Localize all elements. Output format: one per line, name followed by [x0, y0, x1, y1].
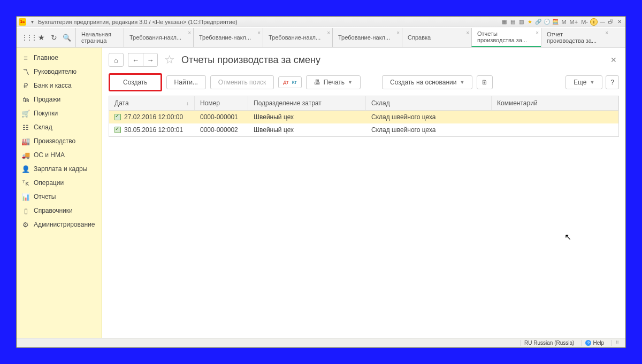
tb-dropdown-icon[interactable]: ▾	[28, 18, 36, 26]
sidebar-item-label: Справочники	[34, 207, 73, 214]
document-button[interactable]: 🗎	[477, 75, 493, 89]
sidebar-item-operations[interactable]: ᵀᴋОперации	[17, 176, 102, 190]
sidebar-item-purchases[interactable]: 🛒Покупки	[17, 106, 102, 120]
tab-close-icon[interactable]: ×	[536, 30, 539, 36]
sidebar-item-salary[interactable]: 👤Зарплата и кадры	[17, 162, 102, 176]
tab-close-icon[interactable]: ×	[466, 30, 469, 36]
close-page-icon[interactable]: ✕	[608, 53, 619, 66]
sidebar-item-label: Отчеты	[34, 193, 56, 200]
favorite-icon[interactable]: ☆	[164, 53, 175, 67]
cell-date: 30.05.2016 12:00:01	[124, 126, 183, 134]
col-warehouse[interactable]: Склад	[366, 96, 492, 110]
sidebar-item-production[interactable]: 🏭Производство	[17, 134, 102, 148]
table-row[interactable]: 27.02.2016 12:00:00 0000-000001 Швейный …	[109, 111, 618, 123]
status-label: Help	[593, 340, 604, 346]
sidebar-item-catalogs[interactable]: ▯Справочники	[17, 204, 102, 218]
col-comment[interactable]: Комментарий	[492, 96, 618, 110]
restore-icon[interactable]: 🗗	[607, 18, 615, 26]
status-language[interactable]: RU Russian (Russia)	[521, 340, 577, 346]
create-based-button[interactable]: Создать на основании▼	[382, 75, 472, 89]
page-title: Отчеты производства за смену	[181, 55, 320, 66]
table-row[interactable]: 30.05.2016 12:00:01 0000-000002 Швейный …	[109, 123, 618, 136]
tab-close-icon[interactable]: ×	[257, 30, 261, 36]
more-button[interactable]: Еще▼	[565, 75, 602, 89]
tab-close-icon[interactable]: ×	[396, 30, 400, 36]
history-icon[interactable]: ↻	[50, 33, 58, 42]
tab-label: Отчет	[547, 31, 600, 37]
home-button[interactable]: ⌂	[109, 53, 124, 67]
bag-icon: 🛍	[22, 96, 29, 103]
tab-close-icon[interactable]: ×	[605, 30, 608, 36]
tab-reports-list[interactable]: × Отчеты производства за...	[471, 28, 541, 47]
tab-report[interactable]: × Отчет производства за...	[541, 28, 610, 47]
tb-grid-icon[interactable]: ▦	[500, 18, 508, 26]
tab-req-list[interactable]: ×Требования-накл...	[124, 28, 193, 47]
sidebar-item-bank[interactable]: ₽Банк и касса	[17, 79, 102, 92]
col-subdivision[interactable]: Подразделение затрат	[248, 96, 366, 110]
dt-kt-button[interactable]: ДтКт	[278, 76, 302, 88]
cell-warehouse: Склад швейного цеха	[366, 125, 492, 135]
apps-grid-icon[interactable]	[24, 33, 33, 42]
tab-label: Требование-накл...	[338, 34, 391, 41]
documents-table: Дата↓ Номер Подразделение затрат Склад К…	[109, 96, 619, 137]
tb-star-icon[interactable]: ★	[526, 18, 533, 26]
sidebar-item-sales[interactable]: 🛍Продажи	[17, 92, 102, 106]
sidebar-item-label: ОС и НМА	[34, 151, 65, 159]
forward-button[interactable]: →	[143, 53, 158, 67]
tab-label: Требование-накл...	[199, 34, 252, 41]
info-icon[interactable]: i	[590, 18, 598, 26]
minimize-icon[interactable]: —	[599, 18, 606, 26]
col-date[interactable]: Дата↓	[109, 96, 195, 110]
col-number[interactable]: Номер	[195, 96, 248, 110]
sidebar-item-assets[interactable]: 🚚ОС и НМА	[17, 148, 102, 162]
app-icon: 1c	[19, 18, 26, 26]
sidebar-item-main[interactable]: ≡Главное	[17, 51, 102, 65]
tab-start[interactable]: Начальная страница	[75, 28, 124, 47]
sidebar-item-manager[interactable]: 〽Руководителю	[17, 65, 102, 79]
tab-label: Справка	[408, 34, 461, 41]
tab-label: Начальная	[81, 31, 113, 37]
sidebar-item-label: Банк и касса	[34, 82, 72, 89]
status-help[interactable]: ?Help	[582, 340, 607, 346]
tb-M[interactable]: M	[560, 19, 567, 25]
document-icon: 🗎	[482, 79, 488, 86]
tab-req-1[interactable]: ×Требование-накл...	[193, 28, 263, 47]
tb-doc-icon[interactable]: ▤	[509, 18, 516, 26]
help-button[interactable]: ?	[606, 75, 619, 89]
tabs-bar: ★ ↻ 🔍 Начальная страница ×Требования-нак…	[17, 27, 625, 48]
search-icon[interactable]: 🔍	[63, 33, 71, 42]
create-button[interactable]: Создать	[109, 73, 162, 91]
tab-help[interactable]: ×Справка	[402, 28, 471, 47]
tb-link-icon[interactable]: 🔗	[534, 18, 542, 26]
back-button[interactable]: ←	[128, 53, 143, 67]
find-button[interactable]: Найти...	[166, 75, 206, 89]
status-bar: RU Russian (Russia) ?Help ⠿	[17, 338, 625, 347]
sidebar-item-label: Покупки	[34, 110, 58, 117]
doc-posted-icon	[114, 114, 121, 120]
sidebar-item-admin[interactable]: ⚙Администрирование	[17, 218, 102, 231]
tab-req-2[interactable]: ×Требование-накл...	[263, 28, 332, 47]
tb-Mplus[interactable]: M+	[569, 19, 579, 25]
tb-list-icon[interactable]: ▥	[517, 18, 525, 26]
print-button[interactable]: 🖶Печать▼	[306, 75, 361, 89]
factory-icon: 🏭	[22, 137, 29, 145]
cancel-search-button[interactable]: Отменить поиск	[210, 75, 274, 89]
tab-label: Требование-накл...	[269, 34, 322, 41]
tab-close-icon[interactable]: ×	[327, 30, 330, 36]
gear-icon: ⚙	[22, 221, 29, 228]
tb-Mminus[interactable]: M-	[580, 19, 589, 25]
cell-warehouse: Склад швейного цеха	[366, 112, 492, 122]
tb-calc-icon[interactable]: 🧮	[552, 18, 559, 26]
truck-icon: 🚚	[22, 151, 29, 159]
tab-label: производства за...	[477, 37, 530, 43]
sidebar-item-warehouse[interactable]: ☷Склад	[17, 120, 102, 134]
sidebar-item-label: Операции	[34, 179, 64, 187]
tb-clock-icon[interactable]: 🕘	[543, 18, 551, 26]
sidebar-item-reports[interactable]: 📊Отчеты	[17, 190, 102, 204]
cursor-icon: ↖	[564, 232, 571, 242]
tab-close-icon[interactable]: ×	[188, 30, 191, 36]
tab-req-3[interactable]: ×Требование-накл...	[332, 28, 402, 47]
close-icon[interactable]: ✕	[616, 18, 623, 26]
star-icon[interactable]: ★	[37, 33, 45, 42]
boxes-icon: ☷	[22, 123, 29, 131]
